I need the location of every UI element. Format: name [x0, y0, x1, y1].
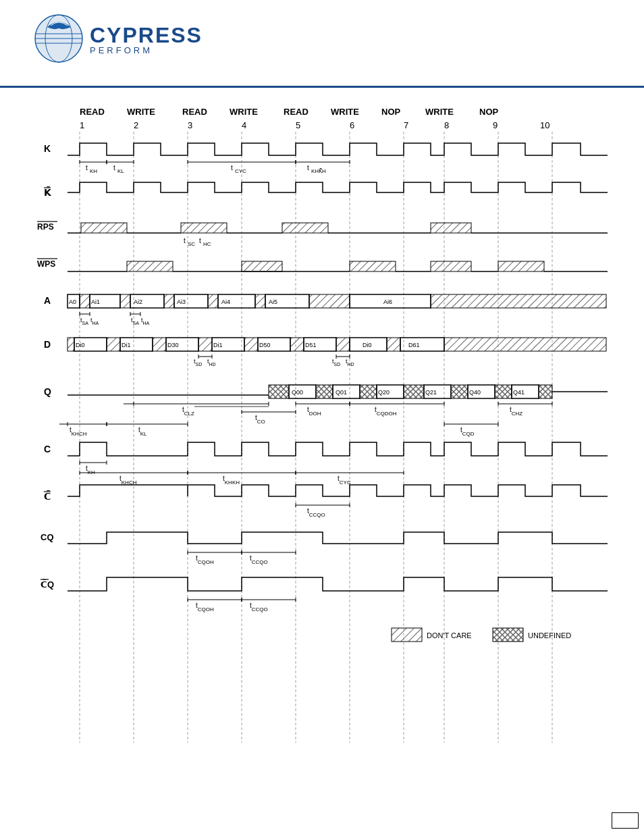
svg-text:HC: HC — [203, 241, 211, 247]
svg-text:t: t — [113, 164, 115, 172]
company-name: CYPRESS — [90, 23, 203, 48]
svg-rect-146 — [444, 338, 606, 351]
svg-text:tCLZ: tCLZ — [182, 406, 194, 417]
svg-rect-104 — [255, 294, 265, 308]
svg-rect-61 — [81, 223, 127, 233]
svg-text:Di0: Di0 — [363, 342, 372, 348]
svg-text:Ai3: Ai3 — [177, 298, 186, 305]
svg-text:KHK̄H: KHK̄H — [311, 168, 326, 174]
svg-text:Q40: Q40 — [469, 389, 481, 396]
svg-rect-85 — [431, 261, 471, 271]
svg-rect-68 — [431, 223, 471, 233]
svg-text:SC: SC — [188, 241, 195, 247]
svg-text:READ: READ — [182, 107, 207, 117]
svg-text:WRITE: WRITE — [331, 107, 359, 117]
svg-text:Ai6: Ai6 — [383, 298, 392, 305]
svg-text:CQ: CQ — [41, 532, 54, 542]
svg-text:2: 2 — [134, 120, 138, 130]
svg-rect-165 — [360, 385, 377, 398]
svg-text:tCQDOH: tCQDOH — [375, 406, 397, 417]
svg-text:Q41: Q41 — [513, 389, 525, 396]
svg-rect-128 — [153, 338, 166, 351]
svg-text:tKL: tKL — [138, 426, 147, 437]
svg-rect-92 — [80, 294, 90, 308]
svg-text:NOP: NOP — [381, 107, 401, 117]
svg-text:READ: READ — [284, 107, 308, 117]
svg-text:tDOH: tDOH — [307, 406, 321, 417]
svg-text:UNDEFINED: UNDEFINED — [528, 631, 571, 640]
svg-text:tCCQO: tCCQO — [250, 602, 268, 613]
svg-text:D30: D30 — [167, 342, 179, 348]
timing-diagram: READ WRITE READ WRITE READ WRITE NOP WRI… — [0, 95, 644, 810]
svg-text:t: t — [231, 164, 233, 172]
svg-text:t: t — [184, 237, 186, 244]
svg-text:Ai5: Ai5 — [269, 298, 277, 305]
svg-text:tCCQO: tCCQO — [307, 507, 325, 518]
svg-rect-63 — [181, 223, 227, 233]
svg-rect-78 — [127, 261, 173, 271]
svg-text:C: C — [44, 444, 51, 454]
svg-text:KH: KH — [90, 168, 97, 174]
svg-rect-125 — [107, 338, 120, 351]
svg-text:tCQOH: tCQOH — [196, 602, 214, 613]
svg-text:tSD: tSD — [194, 358, 202, 367]
svg-text:9: 9 — [493, 120, 498, 130]
svg-rect-83 — [350, 261, 396, 271]
svg-text:tCYC: tCYC — [338, 475, 351, 486]
svg-text:tCCQO: tCCQO — [250, 554, 268, 565]
svg-rect-168 — [404, 385, 424, 398]
svg-text:Q01: Q01 — [336, 389, 347, 396]
svg-text:D50: D50 — [259, 342, 271, 348]
svg-text:10: 10 — [540, 120, 549, 130]
page-number — [612, 812, 639, 829]
svg-rect-98 — [164, 294, 174, 308]
svg-text:WRITE: WRITE — [230, 107, 258, 117]
svg-text:tCHZ: tCHZ — [510, 406, 522, 417]
svg-text:tSA: tSA — [80, 317, 88, 325]
svg-text:t: t — [86, 164, 88, 172]
svg-rect-107 — [309, 294, 350, 308]
svg-text:tCQD: tCQD — [460, 426, 475, 437]
svg-text:Ai4: Ai4 — [221, 298, 230, 305]
svg-text:tSD: tSD — [332, 358, 340, 367]
svg-text:CYC: CYC — [235, 168, 246, 174]
svg-rect-174 — [495, 385, 512, 398]
logo-text: CYPRESS PERFORM — [90, 23, 203, 55]
svg-rect-110 — [431, 294, 606, 308]
svg-text:t: t — [307, 164, 309, 172]
svg-text:tSA: tSA — [131, 317, 139, 325]
svg-rect-95 — [120, 294, 130, 308]
svg-text:Q20: Q20 — [378, 389, 390, 396]
svg-text:D: D — [44, 339, 51, 350]
svg-text:D61: D61 — [408, 342, 420, 348]
svg-text:Q00: Q00 — [292, 389, 303, 396]
svg-rect-162 — [316, 385, 333, 398]
svg-text:A0: A0 — [69, 298, 76, 305]
svg-text:A: A — [44, 295, 51, 306]
svg-text:C̄Q: C̄Q — [41, 579, 54, 590]
svg-text:Ai1: Ai1 — [91, 298, 100, 305]
svg-text:Di1: Di1 — [122, 342, 131, 348]
svg-text:8: 8 — [444, 120, 449, 130]
svg-text:tCO: tCO — [255, 414, 265, 425]
svg-rect-137 — [290, 338, 304, 351]
svg-text:Q21: Q21 — [425, 389, 437, 396]
svg-text:4: 4 — [242, 120, 246, 130]
svg-text:tHA: tHA — [141, 317, 150, 325]
svg-rect-143 — [387, 338, 400, 351]
svg-rect-256 — [392, 628, 422, 642]
svg-text:tKHCH: tKHCH — [70, 426, 87, 437]
svg-text:tCQOH: tCQOH — [196, 554, 214, 565]
svg-rect-144 — [400, 338, 444, 351]
svg-text:WPS: WPS — [37, 259, 55, 269]
svg-rect-81 — [242, 261, 282, 271]
svg-rect-101 — [208, 294, 218, 308]
svg-text:WRITE: WRITE — [127, 107, 155, 117]
svg-rect-65 — [282, 223, 328, 233]
svg-text:Ai2: Ai2 — [134, 298, 142, 305]
svg-rect-140 — [336, 338, 350, 351]
svg-text:WRITE: WRITE — [425, 107, 454, 117]
svg-text:RPS: RPS — [37, 222, 54, 232]
svg-text:Di1: Di1 — [213, 342, 223, 348]
svg-rect-131 — [198, 338, 212, 351]
